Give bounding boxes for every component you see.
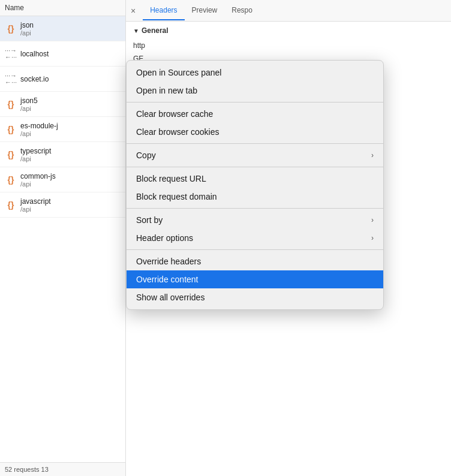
request-name: es-module-j [20, 122, 58, 130]
list-item[interactable]: {} common-js /api [0, 167, 125, 192]
arrows-icon: ···→ ←··· [5, 48, 17, 60]
requests-column-header: Name [0, 0, 125, 16]
close-button[interactable]: × [131, 6, 136, 16]
list-item[interactable]: {} json /api [0, 16, 125, 41]
tab-headers[interactable]: Headers [143, 1, 184, 20]
menu-item-override-content[interactable]: Override content [127, 270, 383, 288]
menu-item-show-overrides[interactable]: Show all overrides [127, 288, 383, 306]
list-item[interactable]: {} json5 /api [0, 92, 125, 117]
tabs-bar: × Headers Preview Respo [126, 0, 451, 22]
menu-item-header-options[interactable]: Header options › [127, 229, 383, 247]
menu-separator [127, 208, 383, 209]
request-path: /api [20, 155, 51, 162]
menu-item-open-sources[interactable]: Open in Sources panel [127, 64, 383, 82]
menu-item-block-domain[interactable]: Block request domain [127, 188, 383, 206]
triangle-icon: ▼ [133, 28, 139, 34]
request-path: /api [20, 206, 51, 213]
list-item[interactable]: ···→ ←··· socket.io [0, 67, 125, 92]
request-name: typescript [20, 147, 51, 155]
menu-item-sort-by[interactable]: Sort by › [127, 211, 383, 229]
list-item[interactable]: {} es-module-j /api [0, 117, 125, 142]
json-icon: {} [5, 123, 17, 135]
request-path: /api [20, 29, 34, 37]
json-icon: {} [5, 149, 17, 161]
list-item[interactable]: {} javascript /api [0, 192, 125, 218]
request-list: {} json /api ···→ ←··· localhost [0, 16, 125, 462]
context-menu: Open in Sources panel Open in new tab Cl… [126, 60, 384, 310]
request-path: /api [20, 105, 38, 112]
left-panel: Name {} json /api ···→ ←··· [0, 0, 126, 476]
main-container: Name {} json /api ···→ ←··· [0, 0, 451, 476]
list-item[interactable]: {} typescript /api [0, 142, 125, 167]
requests-footer: 52 requests 13 [0, 462, 125, 476]
json-icon: {} [5, 23, 17, 35]
menu-separator [127, 143, 383, 144]
json-icon: {} [5, 174, 17, 186]
request-name: json5 [20, 97, 38, 105]
tab-preview[interactable]: Preview [185, 1, 225, 20]
request-name: javascript [20, 197, 51, 206]
menu-item-open-new-tab[interactable]: Open in new tab [127, 82, 383, 100]
general-section-header: ▼ General [133, 26, 444, 35]
arrows-icon: ···→ ←··· [5, 73, 17, 85]
menu-item-clear-cache[interactable]: Clear browser cache [127, 105, 383, 123]
menu-item-override-headers[interactable]: Override headers [127, 252, 383, 270]
chevron-right-icon: › [371, 216, 374, 224]
tab-response[interactable]: Respo [224, 1, 260, 20]
menu-separator [127, 249, 383, 250]
request-name: localhost [20, 50, 49, 58]
json-icon: {} [5, 98, 17, 110]
menu-separator [127, 167, 383, 167]
list-item[interactable]: ···→ ←··· localhost [0, 41, 125, 67]
menu-separator [127, 102, 383, 103]
request-path: /api [20, 130, 58, 137]
menu-item-block-url[interactable]: Block request URL [127, 170, 383, 188]
request-name: common-js [20, 172, 56, 180]
chevron-right-icon: › [371, 234, 374, 242]
menu-item-copy[interactable]: Copy › [127, 146, 383, 164]
request-name: json [20, 21, 34, 29]
request-path: /api [20, 180, 56, 188]
request-name: socket.io [20, 75, 49, 83]
menu-item-clear-cookies[interactable]: Clear browser cookies [127, 123, 383, 141]
chevron-right-icon: › [371, 151, 374, 159]
json-icon: {} [5, 199, 17, 211]
